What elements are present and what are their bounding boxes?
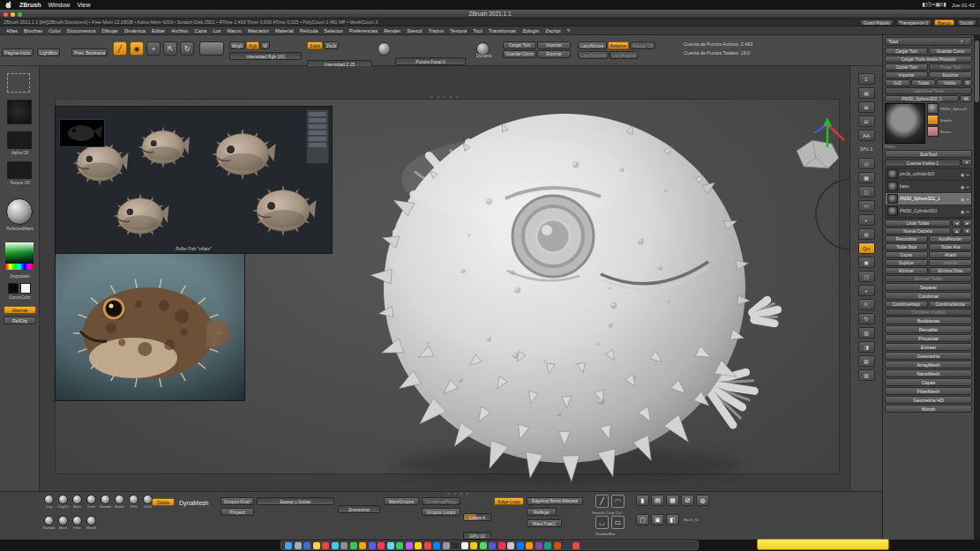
- dock-app-icon[interactable]: [563, 542, 570, 549]
- brush-slot[interactable]: Morph: [85, 516, 98, 530]
- dock-app-icon[interactable]: [406, 542, 413, 549]
- menu-item[interactable]: Luz: [210, 28, 223, 34]
- local-symmetry-icon[interactable]: ◫: [858, 186, 875, 197]
- tool-section-header[interactable]: FiberMesh: [885, 387, 972, 395]
- brush-slot[interactable]: Move: [71, 495, 84, 509]
- subtool-action-button[interactable]: Todas Alta: [929, 243, 972, 250]
- quick-pick-item[interactable]: Simple: [927, 115, 972, 125]
- dock-app-icon[interactable]: [461, 542, 468, 549]
- subtool-action-button[interactable]: Todas Baja: [885, 243, 928, 250]
- color-picker[interactable]: [5, 242, 34, 270]
- subtool-action-button[interactable]: Elimina Otras: [929, 267, 972, 274]
- mirror-and-weld-button[interactable]: Espejo y Soldar: [257, 497, 334, 505]
- menu-item[interactable]: Marcador: [245, 28, 272, 34]
- save-as-button[interactable]: Guardar Como: [929, 48, 972, 55]
- project-button[interactable]: Proyect: [221, 508, 254, 516]
- zoom-out-icon[interactable]: ⊟: [858, 115, 875, 127]
- scrollbar-thumb[interactable]: [975, 41, 979, 102]
- brush-slot[interactable]: hPol: [127, 495, 140, 509]
- brush-slot[interactable]: Standar: [99, 495, 112, 509]
- window-minimize-button[interactable]: [11, 12, 15, 17]
- merge-section-header[interactable]: Combinar: [885, 292, 972, 300]
- dock-app-icon[interactable]: [507, 542, 514, 549]
- select-rect-stroke-icon[interactable]: [7, 73, 30, 93]
- goz-button[interactable]: GoZ: [885, 79, 910, 86]
- mesh-box-icon[interactable]: ▢: [636, 514, 649, 525]
- active-tool-button[interactable]: PM3D_Sphere3D2_1: [885, 95, 959, 102]
- brush-slot[interactable]: Dam: [85, 495, 98, 509]
- dock-app-icon[interactable]: [424, 542, 431, 549]
- current-brush-swatch[interactable]: [7, 100, 32, 124]
- paint-mode-button[interactable]: M: [260, 41, 269, 49]
- dock-app-icon[interactable]: [572, 542, 580, 549]
- dock-app-icon[interactable]: [322, 542, 329, 549]
- dock-app-icon[interactable]: [517, 542, 524, 549]
- floor-rock-mesh[interactable]: [797, 140, 839, 168]
- rotate-icon[interactable]: ↻: [858, 313, 875, 324]
- tool-section-header[interactable]: Extraer: [885, 343, 972, 351]
- menu-icon[interactable]: ≡: [858, 73, 875, 85]
- mesh-half-icon[interactable]: ◧: [666, 514, 679, 525]
- home-page-button[interactable]: Página Inicio: [2, 48, 34, 56]
- menu-item[interactable]: Textura: [447, 28, 469, 34]
- lazy-mouse-button[interactable]: Relative: [608, 41, 630, 49]
- dock-app-icon[interactable]: [340, 542, 348, 549]
- menu-app[interactable]: ZBrush: [19, 2, 41, 8]
- mirror-button[interactable]: Reflejar: [527, 508, 557, 516]
- texture-swatch[interactable]: [7, 161, 32, 179]
- solo-icon[interactable]: ▣: [858, 257, 875, 268]
- lightbox-button[interactable]: LightBox: [37, 48, 60, 56]
- dock-app-icon[interactable]: [480, 542, 487, 549]
- tool-section-header[interactable]: Geometría HD: [885, 396, 972, 404]
- menu-item[interactable]: Editar: [149, 28, 168, 34]
- menu-item[interactable]: Selector: [321, 28, 345, 34]
- draw-mode-button[interactable]: ◉: [130, 41, 144, 56]
- dynamic-toggle[interactable]: Dynamic: [476, 54, 492, 58]
- visibility-eye-icon[interactable]: ◉: [961, 184, 964, 190]
- visibility-eye-icon[interactable]: ◉: [961, 197, 964, 202]
- visible-count-slider[interactable]: Cuenta Visible 2: [885, 159, 961, 167]
- list-all-button[interactable]: Listar Todas: [885, 220, 951, 227]
- dynamesh-label[interactable]: DynaMesh: [179, 500, 208, 506]
- material-sphere[interactable]: [6, 198, 33, 225]
- brush-slot[interactable]: Snake: [113, 495, 126, 509]
- tool-section-header[interactable]: NanoMesh: [885, 369, 972, 377]
- prev-subtool-button[interactable]: ◄: [952, 220, 961, 227]
- tool-section-header[interactable]: Proyectar: [885, 334, 972, 342]
- goz-visible-button[interactable]: Visible: [937, 79, 962, 86]
- rgb-intensity-slider[interactable]: Intensidad Rgb 100: [229, 52, 302, 60]
- shadowbox-icon[interactable]: ▭: [611, 516, 625, 529]
- bottom-divider-handle[interactable]: • • • •: [428, 491, 490, 496]
- brush-slot[interactable]: Move: [56, 516, 70, 530]
- menu-item[interactable]: Render: [381, 28, 403, 34]
- zoom-in-icon[interactable]: ⊞: [858, 101, 875, 113]
- dock-app-icon[interactable]: [378, 542, 385, 549]
- dock-app-icon[interactable]: [359, 542, 366, 549]
- persp-icon[interactable]: ◎: [858, 158, 875, 169]
- quick-pick-item[interactable]: Eraser: [927, 126, 972, 137]
- subtool-item[interactable]: base ◉ ▪▪: [886, 181, 971, 193]
- dock-app-icon[interactable]: [415, 542, 422, 549]
- tool-file-button[interactable]: Cargar Tool: [503, 41, 536, 49]
- dock-app-icon[interactable]: [332, 542, 339, 549]
- sculpt-mode-button[interactable]: Zsub: [324, 41, 340, 49]
- dock-app-icon[interactable]: [295, 542, 302, 549]
- groups-fuse-button[interactable]: Grupos Fusir: [221, 497, 254, 505]
- paint-mode-button[interactable]: Rgb: [246, 41, 260, 49]
- split-screen-icon[interactable]: ◨: [858, 341, 875, 353]
- zremesher-button[interactable]: Zremesher: [338, 505, 380, 513]
- copy-tool-button[interactable]: Copiar Tool: [885, 63, 928, 71]
- merge-similar-button[interactable]: CombinaSimilar: [929, 301, 972, 308]
- rotate-mode-button[interactable]: ↻: [180, 41, 194, 56]
- menu-item[interactable]: Stencil: [404, 28, 424, 34]
- menu-item[interactable]: ?: [565, 28, 572, 34]
- gpu-slider[interactable]: GPU 10: [463, 532, 491, 540]
- dock-app-icon[interactable]: [544, 542, 551, 549]
- new-folder-button[interactable]: Nueva Carpeta: [885, 227, 951, 235]
- dock-app-icon[interactable]: [313, 542, 320, 549]
- ghost-icon[interactable]: ◍: [858, 228, 875, 240]
- menu-item[interactable]: Alfas: [4, 28, 20, 34]
- menu-item[interactable]: Preferencias: [347, 28, 381, 34]
- edit-mode-button[interactable]: ╱: [113, 41, 127, 56]
- menu-item[interactable]: Tool: [470, 28, 485, 34]
